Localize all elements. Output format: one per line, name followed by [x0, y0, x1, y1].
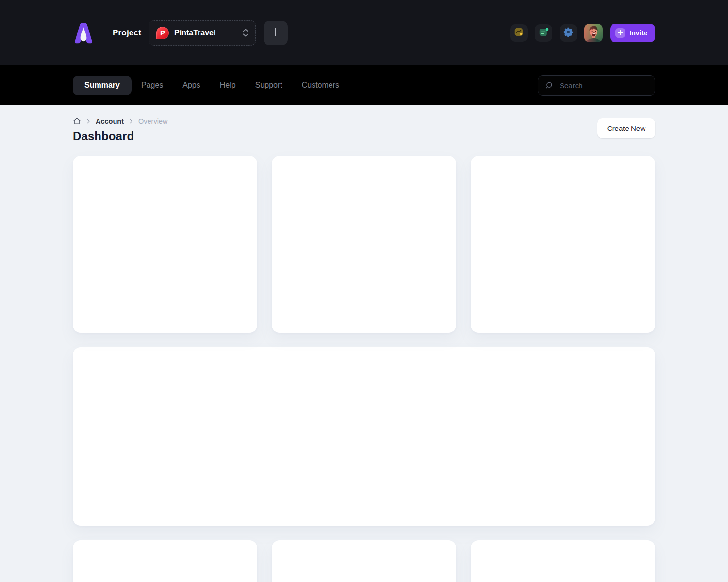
notes-notification-icon: [538, 27, 549, 39]
brand-logo-icon[interactable]: [72, 21, 95, 45]
tab-pages[interactable]: Pages: [132, 76, 173, 95]
settings-gear-icon: [563, 27, 574, 39]
plus-icon: [270, 26, 281, 39]
dashboard-card: [471, 156, 655, 333]
user-avatar[interactable]: [584, 24, 603, 42]
page-title: Dashboard: [73, 129, 167, 143]
cards-row-bottom: [73, 540, 655, 582]
tab-help[interactable]: Help: [210, 76, 246, 95]
invite-button-label: Invite: [629, 29, 647, 37]
header-actions: Invite: [510, 24, 655, 42]
app-header: Project P PintaTravel: [0, 0, 728, 65]
create-new-button[interactable]: Create New: [597, 118, 655, 138]
notes-button[interactable]: [535, 24, 552, 42]
invite-button[interactable]: Invite: [610, 24, 655, 42]
tab-apps[interactable]: Apps: [173, 76, 210, 95]
settings-button[interactable]: [560, 24, 577, 42]
cards-row-top: [73, 156, 655, 333]
dashboard-card: [471, 540, 655, 582]
analytics-star-icon: [513, 27, 524, 39]
tab-customers[interactable]: Customers: [292, 76, 349, 95]
dashboard-card: [272, 156, 456, 333]
home-icon[interactable]: [73, 117, 81, 125]
breadcrumb-overview: Overview: [138, 117, 167, 125]
chevron-right-icon: [128, 118, 134, 124]
breadcrumb: Account Overview: [73, 117, 167, 125]
dashboard-card: [73, 156, 257, 333]
tab-support[interactable]: Support: [246, 76, 292, 95]
analytics-button[interactable]: [510, 24, 528, 42]
dashboard-card: [73, 540, 257, 582]
breadcrumb-account[interactable]: Account: [96, 117, 124, 125]
search-icon: [545, 81, 554, 90]
page-head: Account Overview Dashboard Create New: [73, 117, 655, 143]
project-selector-value: PintaTravel: [174, 29, 243, 37]
nav-tabs: Summary Pages Apps Help Support Customer…: [73, 76, 349, 95]
dashboard-card-wide: [73, 347, 655, 526]
page-head-left: Account Overview Dashboard: [73, 117, 167, 143]
search-box: [538, 75, 655, 96]
plus-icon: [615, 28, 625, 38]
project-selector-dropdown[interactable]: P PintaTravel: [149, 20, 256, 46]
main-content: Account Overview Dashboard Create New: [0, 105, 728, 582]
chevron-right-icon: [85, 118, 91, 124]
add-project-button[interactable]: [264, 21, 288, 45]
pintatravel-logo-icon: P: [156, 27, 169, 39]
search-input[interactable]: [559, 81, 648, 90]
up-down-chevron-icon: [243, 29, 248, 37]
main-nav: Summary Pages Apps Help Support Customer…: [0, 65, 728, 105]
project-label: Project: [113, 28, 141, 38]
dashboard-card: [272, 540, 456, 582]
tab-summary[interactable]: Summary: [73, 76, 132, 95]
